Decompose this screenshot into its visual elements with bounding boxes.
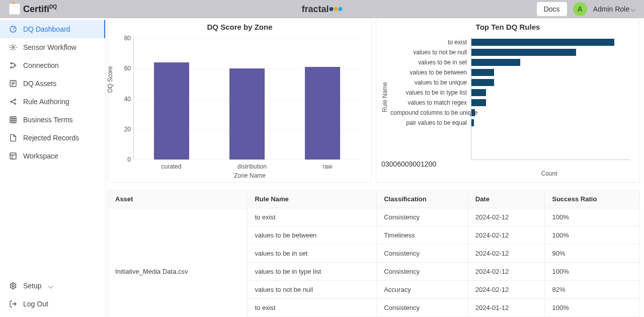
logout-label: Log Out: [23, 300, 48, 308]
sidebar-item-label: Connection: [23, 61, 59, 69]
cell-asset: Initiative_Media Data.csv: [108, 208, 248, 318]
sidebar-item-label: Business Terms: [23, 116, 73, 124]
chart-rules-ycat: values to be between: [390, 67, 471, 77]
layout-icon: [9, 152, 17, 160]
chart-rules-xtick: 900: [409, 160, 421, 168]
chevron-down-icon: [631, 7, 636, 12]
chart-rules-bar[interactable]: [471, 89, 486, 96]
center-brand: fractal: [301, 4, 342, 15]
chart-rules-ycat: values to be unique: [390, 77, 471, 88]
table-header-row: Asset Rule Name Classification Date Succ…: [108, 190, 640, 208]
chart-rules-ylabel: Rule Name: [381, 82, 388, 112]
svg-point-7: [15, 99, 16, 101]
cell-ratio: 100%: [545, 263, 640, 281]
chart-zone-xtick: curated: [162, 163, 182, 170]
chart-rules-bar[interactable]: [471, 59, 520, 66]
sidebar-item-workspace[interactable]: Workspace: [0, 147, 105, 165]
chart-rules-ycat: values to be in type list: [390, 88, 471, 98]
avatar[interactable]: A: [573, 2, 587, 16]
sidebar: DQ Dashboard Sensor Workflow Connection …: [0, 18, 106, 317]
cell-rule: to exist: [248, 299, 377, 317]
cell-ratio: 82%: [545, 281, 640, 299]
svg-rect-10: [10, 153, 16, 159]
cell-date: 2024-02-12: [468, 263, 545, 281]
setup-menu[interactable]: Setup: [0, 277, 105, 295]
chart-zone-ytick: 20: [124, 126, 131, 133]
chart-zone-bar[interactable]: [229, 68, 265, 160]
brand-dot-icon: [339, 7, 343, 11]
role-label: Admin Role: [593, 5, 629, 13]
col-classification[interactable]: Classification: [377, 190, 468, 208]
logout-icon: [9, 300, 17, 308]
chart-rules-bar[interactable]: [471, 79, 494, 86]
sidebar-item-dq-assets[interactable]: DQ Assets: [0, 74, 105, 93]
col-rule[interactable]: Rule Name: [248, 190, 377, 208]
chart-zone: DQ Score 020406080: [113, 34, 366, 160]
chart-zone-bar[interactable]: [154, 62, 189, 160]
sidebar-item-sensor-workflow[interactable]: Sensor Workflow: [0, 38, 105, 56]
cell-ratio: 100%: [545, 299, 640, 317]
sidebar-item-business-terms[interactable]: Business Terms: [0, 111, 105, 129]
sidebar-item-label: Rejected Records: [23, 134, 79, 142]
topbar: CertifiDQ fractal Docs A Admin Role: [0, 0, 644, 18]
role-dropdown[interactable]: Admin Role: [593, 5, 635, 13]
cell-ratio: 100%: [545, 208, 640, 226]
col-asset[interactable]: Asset: [108, 190, 248, 208]
chart-rules-xtick: 300: [385, 160, 397, 168]
chart-rules-card: Top Ten DQ Rules Rule Name to existvalue…: [376, 18, 640, 183]
chart-rules-title: Top Ten DQ Rules: [381, 23, 634, 31]
cell-rule: values to not be null: [248, 281, 377, 299]
sidebar-item-rejected-records[interactable]: Rejected Records: [0, 129, 105, 147]
results-table: Asset Rule Name Classification Date Succ…: [108, 190, 640, 317]
col-ratio[interactable]: Success Ratio: [545, 190, 640, 208]
brand-dot-icon: [334, 7, 338, 11]
cell-classification: Accuracy: [377, 281, 468, 299]
brand-text: Certifi: [23, 4, 49, 14]
logout-button[interactable]: Log Out: [0, 295, 105, 313]
chart-zone-card: DQ Score by Zone DQ Score 020406080 cura…: [108, 18, 372, 183]
cell-date: 2024-02-12: [468, 281, 545, 299]
chart-rules-bar[interactable]: [471, 39, 614, 46]
chart-zone-ytick: 80: [124, 35, 131, 42]
chart-rules-bar[interactable]: [471, 99, 486, 106]
cell-classification: Consistency: [377, 263, 468, 281]
grid-icon: [9, 116, 17, 124]
cell-rule: to exist: [248, 208, 377, 226]
chart-rules-xlabel: Count: [464, 170, 634, 177]
chart-zone-title: DQ Score by Zone: [113, 23, 366, 31]
chart-rules-ycat: values to be in set: [390, 57, 471, 67]
col-date[interactable]: Date: [468, 190, 545, 208]
certifi-doc-icon: [9, 4, 20, 15]
sidebar-item-label: DQ Dashboard: [23, 25, 70, 33]
chart-zone-ytick: 0: [127, 156, 131, 163]
sidebar-item-label: Workspace: [23, 152, 58, 160]
sidebar-item-dq-dashboard[interactable]: DQ Dashboard: [0, 20, 105, 38]
cell-classification: Consistency: [377, 299, 468, 317]
svg-point-11: [12, 285, 14, 287]
docs-button[interactable]: Docs: [537, 2, 567, 16]
chart-rules-ycat: to exist: [390, 37, 471, 47]
cell-ratio: 100%: [545, 226, 640, 245]
cell-rule: values to be between: [248, 226, 377, 245]
cell-classification: Consistency: [377, 245, 468, 263]
dashboard-icon: [9, 25, 17, 33]
chart-zone-ylabel: DQ Score: [107, 66, 114, 93]
sidebar-item-rule-authoring[interactable]: Rule Authoring: [0, 93, 105, 111]
chart-rules-bar[interactable]: [471, 119, 474, 126]
table-row[interactable]: Initiative_Media Data.csvto existConsist…: [108, 208, 640, 226]
chart-rules-bar[interactable]: [471, 49, 576, 56]
brand-sup: DQ: [49, 4, 57, 10]
svg-point-8: [15, 103, 16, 105]
cell-date: 2024-01-12: [468, 299, 545, 317]
chart-rules-bar[interactable]: [471, 109, 475, 116]
brand-dot-icon: [330, 7, 334, 11]
cell-ratio: 90%: [545, 245, 640, 263]
file-icon: [9, 134, 17, 142]
sidebar-item-connection[interactable]: Connection: [0, 56, 105, 74]
chart-zone-bar[interactable]: [305, 67, 340, 160]
chart-rules-bar[interactable]: [471, 69, 494, 76]
gear-icon: [9, 282, 17, 290]
app-logo: CertifiDQ: [9, 4, 57, 15]
chart-rules-xtick: 1200: [421, 160, 436, 168]
share-icon: [9, 98, 17, 106]
